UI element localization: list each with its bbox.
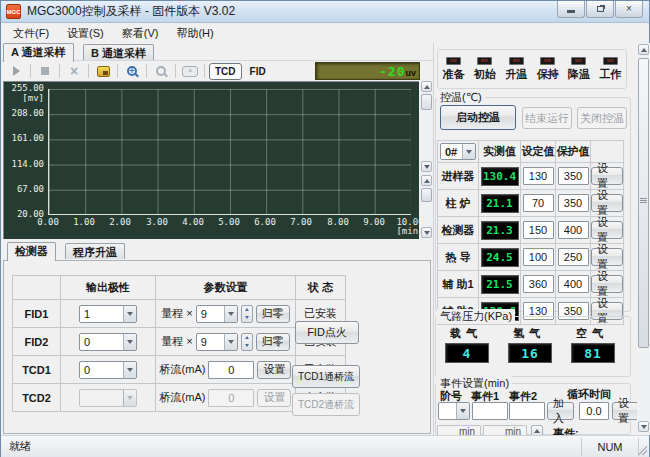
aux1-set-input[interactable]: 360	[523, 275, 554, 293]
scroll-down-button[interactable]	[421, 161, 432, 172]
detector-header-params: 参数设置	[156, 276, 296, 300]
zoom-in-button[interactable]: +	[122, 63, 142, 80]
led-icon	[509, 57, 524, 65]
injector-protect-input[interactable]: 350	[558, 167, 589, 185]
menu-file[interactable]: 文件(F)	[4, 24, 58, 43]
menu-settings[interactable]: 设置(S)	[58, 24, 113, 43]
detector-set-button[interactable]: 设置	[591, 221, 623, 239]
aux1-measured-display: 21.5	[481, 275, 519, 294]
zone-name: 热 导	[445, 250, 470, 265]
fid2-zero-button[interactable]: 归零	[256, 333, 290, 351]
detector-row-name: TCD2	[22, 392, 51, 404]
indicator-working: 工作	[599, 57, 621, 82]
tcd-set-input[interactable]: 100	[523, 248, 554, 266]
x-tick: 2.00	[103, 218, 137, 228]
cycle-set-button[interactable]: 设置	[612, 402, 639, 420]
add-event-button[interactable]: 加入	[547, 402, 574, 420]
fid1-zero-button[interactable]: 归零	[256, 305, 290, 323]
fid1-range-stepper[interactable]	[241, 305, 253, 323]
x-tick: 9.00	[357, 218, 391, 228]
indicator-heating: 升温	[505, 57, 527, 82]
oven-protect-input[interactable]: 350	[558, 194, 589, 212]
detector-row-name: FID1	[25, 308, 49, 320]
event-list-unit: min	[505, 426, 521, 435]
zone-selector[interactable]: 0#	[440, 143, 476, 160]
calibration-button[interactable]	[93, 63, 113, 80]
zoom-out-button[interactable]	[151, 63, 171, 80]
detector-row-name: TCD1	[22, 364, 51, 376]
oven-measured-display: 21.1	[481, 194, 519, 213]
tab-detector[interactable]: 检测器	[7, 242, 56, 261]
scroll-up-button[interactable]	[421, 81, 432, 92]
event-list-partial: min min 事件:	[437, 425, 631, 435]
selected-value: 0	[84, 336, 90, 348]
tcd-protect-input[interactable]: 250	[558, 248, 589, 266]
stop-acquisition-button[interactable]	[35, 63, 55, 80]
menu-view[interactable]: 察看(V)	[113, 24, 168, 43]
tab-channel-b[interactable]: B 通道采样	[83, 44, 154, 60]
aux1-protect-input[interactable]: 400	[558, 275, 589, 293]
event1-input[interactable]	[472, 402, 508, 420]
chevron-down-icon	[123, 362, 136, 378]
chart-plot-area[interactable]	[48, 89, 411, 215]
tcd-measured-display: 24.5	[481, 248, 519, 267]
indicator-label: 降温	[568, 67, 590, 82]
fid1-polarity-select[interactable]: 1	[79, 305, 137, 323]
panel-scroll-down[interactable]	[638, 421, 649, 432]
minimize-button[interactable]	[557, 1, 585, 18]
oven-set-button[interactable]: 设置	[591, 194, 623, 212]
temperature-table: 0# 实测值 设定值 保护值 进样器 130.4 130 350 设置 柱 炉 …	[437, 140, 624, 325]
close-temp-control-button: 关闭控温	[577, 107, 627, 129]
status-ready-text: 就绪	[1, 439, 31, 454]
cycle-time-label: 循环时间	[567, 387, 611, 402]
fid2-polarity-select[interactable]: 0	[79, 333, 137, 351]
air-label: 空 气	[576, 326, 604, 341]
oven-set-input[interactable]: 70	[523, 194, 554, 212]
detector-protect-input[interactable]: 400	[558, 221, 589, 239]
carrier-pressure-display: 4	[445, 343, 489, 363]
fid-signal-toggle[interactable]: FID	[245, 63, 271, 80]
resize-grip[interactable]	[637, 445, 647, 455]
cycle-time-input[interactable]: 0.0	[579, 402, 609, 420]
tcd1-polarity-select[interactable]: 0	[79, 361, 137, 379]
scrollbar-thumb[interactable]	[421, 94, 432, 110]
fid2-range-stepper[interactable]	[241, 333, 253, 351]
led-icon	[540, 57, 555, 65]
menu-bar: 文件(F) 设置(S) 察看(V) 帮助(H)	[1, 23, 649, 43]
stage-select[interactable]	[438, 402, 470, 420]
clear-button[interactable]: ×	[64, 63, 84, 80]
start-acquisition-button[interactable]	[6, 63, 26, 80]
carrier-gas-label: 载 气	[450, 326, 478, 341]
chart-scrollbars	[420, 81, 433, 239]
scroll-up-button[interactable]	[421, 175, 432, 186]
event-list-scroll-up[interactable]	[531, 425, 543, 435]
fid1-range-select[interactable]: 9	[196, 305, 238, 323]
scroll-down-button[interactable]	[421, 227, 432, 238]
fid2-range-select[interactable]: 9	[196, 333, 238, 351]
x-tick: 1.00	[67, 218, 101, 228]
close-button[interactable]: ×	[615, 1, 643, 18]
start-temp-control-button[interactable]: 启动控温	[440, 105, 516, 130]
tab-channel-a[interactable]: A 通道采样	[3, 43, 74, 62]
detector-set-input[interactable]: 150	[523, 221, 554, 239]
tab-program-temp[interactable]: 程序升温	[65, 243, 125, 259]
event2-input[interactable]	[509, 402, 545, 420]
restore-button[interactable]	[586, 1, 614, 18]
fid-ignite-button[interactable]: FID点火	[295, 321, 359, 344]
aux1-set-button[interactable]: 设置	[591, 275, 623, 293]
injector-set-button[interactable]: 设置	[591, 167, 623, 185]
injector-set-input[interactable]: 130	[523, 167, 554, 185]
tcd1-bridge-input[interactable]: 0	[208, 361, 254, 379]
up-arrow-icon	[424, 85, 430, 89]
zoom-out-icon	[156, 66, 166, 76]
scrollbar-thumb[interactable]	[421, 188, 432, 202]
menu-help[interactable]: 帮助(H)	[167, 24, 222, 43]
tcd-signal-toggle[interactable]: TCD	[209, 63, 242, 80]
tcd-set-button[interactable]: 设置	[591, 248, 623, 266]
x-tick: 3.00	[140, 218, 174, 228]
fit-view-button[interactable]: ×	[180, 63, 200, 80]
panel-scroll-up[interactable]	[638, 44, 649, 55]
tcd1-set-button[interactable]: 设置	[257, 361, 291, 379]
panel-scrollbar-thumb[interactable]	[638, 58, 649, 348]
tcd1-bridge-current-button[interactable]: TCD1通桥流	[292, 365, 360, 388]
